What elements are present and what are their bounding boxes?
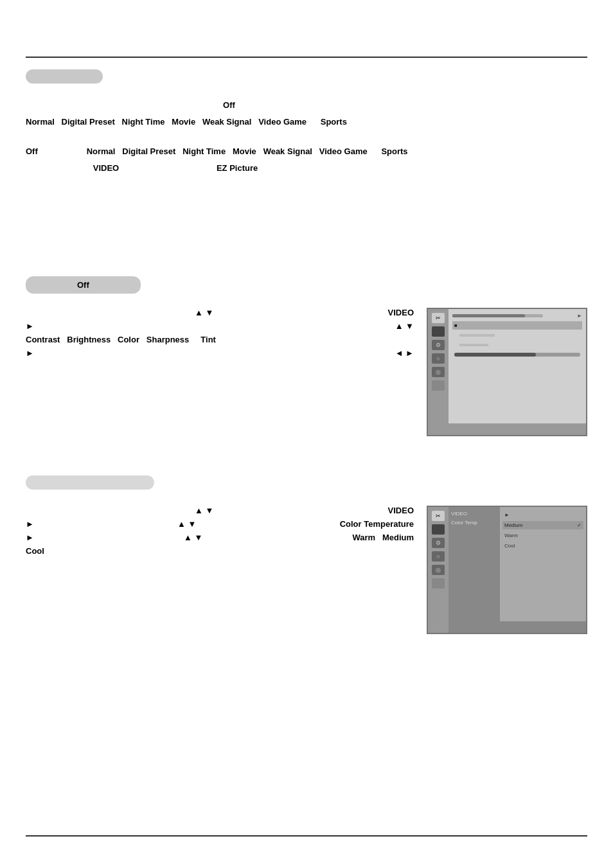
arrow-ud-ct3: ▲ ▼ (184, 533, 202, 542)
controls-row-ct-1: ▲ ▼ VIDEO (26, 506, 414, 515)
icon-settings: ⚙ (432, 340, 445, 350)
video-label-ct: VIDEO (388, 506, 414, 515)
icon-square-2 (432, 524, 445, 535)
arrow-r-2: ► (26, 348, 34, 358)
screen-col2-warm: Warm (502, 531, 583, 540)
arrow-r-ct2: ► (26, 533, 34, 542)
screen-col1: VIDEO Color Temp (449, 507, 500, 621)
warm-medium-label: Warm Medium (352, 533, 414, 542)
preset-options-2: Normal Digital Preset Night Time Movie W… (87, 146, 408, 156)
screen-col1-video: VIDEO (451, 511, 497, 517)
icon-circle1-2: ○ (432, 551, 445, 562)
icon-circle1: ○ (432, 353, 445, 364)
icon-settings-2: ⚙ (432, 538, 445, 548)
icon-circle2: ◎ (432, 367, 445, 377)
controls-row-3: Contrast Brightness Color Sharpness Tint (26, 335, 414, 344)
color-temp-pill (26, 475, 154, 490)
controls-row-2: ► ▲ ▼ (26, 321, 414, 331)
off-pill: Off (26, 276, 141, 294)
screen-mockup-2: ✂ ⚙ ○ ◎ VIDEO Color Temp (427, 506, 587, 634)
ez-picture-line3: Off Normal Digital Preset Night Time Mov… (26, 145, 587, 159)
screen-mockup-1: ✂ ⚙ ○ ◎ ► (427, 308, 587, 436)
icon-square (432, 326, 445, 337)
screen-col1-ct: Color Temp (451, 520, 497, 526)
screen-col2-medium: Medium ✓ (502, 521, 583, 529)
top-divider (26, 57, 587, 58)
ez-picture-line2: Normal Digital Preset Night Time Movie W… (26, 115, 587, 129)
section3: Off ▲ ▼ VIDEO ► ▲ ▼ Contrast Brightness … (26, 276, 587, 436)
controls-left-2: ▲ ▼ VIDEO ► ▲ ▼ Color Temperature ► ▲ ▼ (26, 506, 414, 634)
controls-row-1: ▲ ▼ VIDEO (26, 308, 414, 317)
screen-content-2: VIDEO Color Temp ► Medium ✓ (449, 507, 586, 621)
screen-col2-item-arrow: ► (502, 511, 583, 519)
preset-options-1: Normal Digital Preset Night Time Movie W… (26, 117, 347, 127)
arrow-r-ct1: ► (26, 519, 34, 529)
controls-row-4: ► ◄ ► (26, 348, 414, 358)
section4: ▲ ▼ VIDEO ► ▲ ▼ Color Temperature ► ▲ ▼ (26, 475, 587, 634)
off-label-1: Off (223, 100, 235, 110)
controls-row-ct-2: ► ▲ ▼ Color Temperature (26, 519, 414, 529)
screen-slider (452, 351, 582, 358)
bottom-divider (26, 835, 587, 837)
arrow-r-1: ► (26, 321, 34, 331)
video-label-2: VIDEO (388, 308, 414, 317)
color-temp-label: Color Temperature (340, 519, 414, 529)
ez-picture-pill (26, 69, 103, 84)
arrow-ud-2: ▲ ▼ (395, 321, 414, 331)
icon-scissors-2: ✂ (432, 511, 445, 521)
items-label: Contrast Brightness Color Sharpness Tint (26, 335, 216, 344)
screen-col2: ► Medium ✓ Warm Cool (500, 507, 586, 621)
arrow-ud-ct2: ▲ ▼ (177, 519, 196, 529)
controls-row-ct-4: Cool (26, 546, 414, 556)
icon-box (432, 380, 445, 391)
section1: Off Normal Digital Preset Night Time Mov… (26, 64, 587, 178)
ez-picture-line1: Off (26, 98, 587, 112)
icon-box-2 (432, 578, 445, 589)
off-label-2: Off (26, 146, 38, 156)
screen-menu-item-3 (452, 341, 582, 349)
controls-left: ▲ ▼ VIDEO ► ▲ ▼ Contrast Brightness Colo… (26, 308, 414, 436)
screen-bottom-bar-1 (449, 423, 586, 435)
screen-menu-item-1: ■ (452, 321, 582, 330)
screen-menu-row-top: ► (452, 313, 582, 319)
screen-col2-cool: Cool (502, 542, 583, 550)
icon-circle2-2: ◎ (432, 565, 445, 575)
icon-scissors: ✂ (432, 313, 445, 323)
cool-label: Cool (26, 546, 44, 556)
ez-picture-label: EZ Picture (217, 163, 258, 173)
arrow-lr-1: ◄ ► (395, 348, 414, 358)
screen-menu-item-2 (452, 331, 582, 339)
video-label-1: VIDEO (93, 163, 119, 173)
arrow-ud-1: ▲ ▼ (195, 308, 213, 317)
screen-bottom-bar-2 (449, 621, 586, 633)
controls-row-ct-3: ► ▲ ▼ Warm Medium (26, 533, 414, 542)
arrow-ud-ct1: ▲ ▼ (195, 506, 213, 515)
ez-picture-line4: VIDEO EZ Picture (26, 161, 587, 175)
page-container: Off Normal Digital Preset Night Time Mov… (0, 0, 613, 868)
